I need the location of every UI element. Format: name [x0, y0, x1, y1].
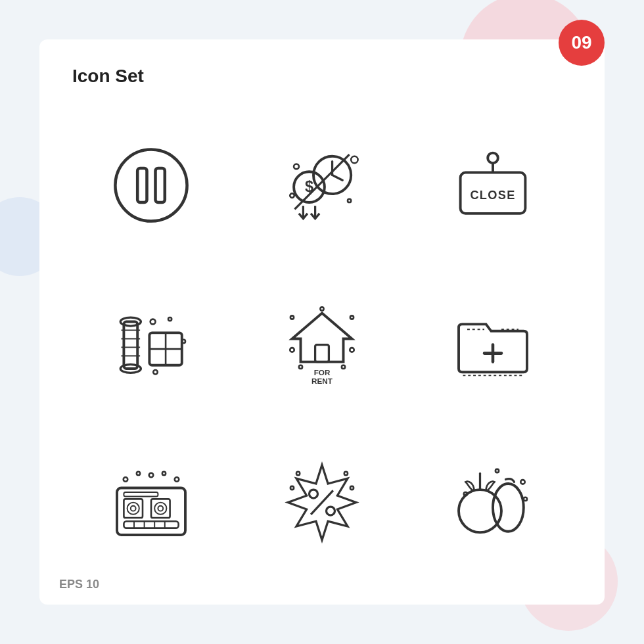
svg-line-14 — [294, 154, 349, 209]
svg-point-79 — [495, 469, 499, 472]
svg-point-31 — [182, 340, 185, 343]
svg-point-30 — [168, 317, 172, 321]
icon-vegetables — [414, 428, 572, 573]
icon-close-sign: CLOSE — [414, 113, 572, 258]
svg-point-68 — [327, 507, 335, 515]
svg-text:RENT: RENT — [311, 377, 333, 385]
svg-point-77 — [520, 480, 525, 484]
svg-rect-34 — [315, 345, 329, 362]
icon-discount — [243, 428, 401, 573]
svg-point-39 — [299, 365, 302, 369]
main-card: Icon Set $ — [39, 39, 605, 605]
icon-pause — [72, 113, 230, 258]
icon-radio — [72, 428, 230, 573]
svg-point-11 — [351, 156, 357, 163]
svg-point-40 — [342, 365, 345, 369]
svg-point-15 — [488, 153, 498, 164]
svg-point-62 — [124, 477, 128, 482]
svg-point-0 — [115, 149, 187, 221]
svg-text:FOR: FOR — [314, 368, 331, 377]
svg-point-54 — [154, 503, 166, 515]
icons-grid: $ CLOSE — [72, 113, 572, 573]
svg-point-41 — [320, 307, 323, 310]
number-badge: 09 — [559, 20, 605, 66]
svg-marker-33 — [292, 313, 352, 362]
svg-point-52 — [131, 506, 136, 511]
svg-point-43 — [290, 315, 294, 319]
svg-point-70 — [296, 472, 300, 475]
badge-number: 09 — [571, 32, 591, 53]
svg-point-29 — [150, 319, 156, 325]
svg-point-42 — [350, 315, 354, 319]
svg-point-78 — [524, 497, 527, 501]
svg-point-12 — [290, 193, 294, 198]
svg-point-55 — [158, 506, 163, 511]
svg-line-69 — [311, 490, 333, 514]
svg-point-63 — [149, 473, 154, 478]
svg-point-10 — [294, 164, 299, 170]
svg-point-13 — [348, 199, 351, 202]
svg-rect-2 — [156, 168, 165, 202]
icon-for-rent: FOR RENT — [243, 271, 401, 415]
icon-money-time: $ — [243, 113, 401, 258]
svg-point-64 — [175, 477, 179, 482]
icon-sewing-spool — [72, 271, 230, 415]
svg-point-38 — [350, 348, 354, 352]
eps-label: EPS 10 — [59, 578, 99, 591]
page-title: Icon Set — [72, 66, 572, 87]
svg-line-5 — [333, 175, 343, 180]
svg-point-67 — [310, 490, 318, 498]
svg-point-65 — [137, 472, 140, 475]
svg-text:CLOSE: CLOSE — [470, 189, 515, 202]
svg-rect-61 — [124, 492, 158, 497]
svg-point-73 — [350, 486, 354, 490]
icon-add-folder — [414, 271, 572, 415]
svg-rect-56 — [124, 521, 178, 528]
svg-point-37 — [290, 348, 294, 352]
svg-point-72 — [290, 486, 294, 490]
svg-rect-19 — [124, 322, 137, 369]
svg-point-32 — [153, 370, 158, 375]
svg-point-51 — [127, 503, 139, 515]
svg-point-71 — [344, 472, 348, 475]
svg-rect-1 — [137, 168, 147, 202]
svg-point-66 — [162, 472, 166, 475]
